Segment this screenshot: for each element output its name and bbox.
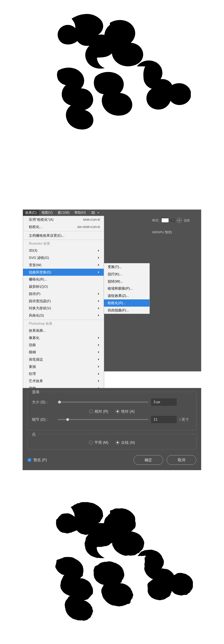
style-swatch[interactable] bbox=[161, 218, 169, 222]
submenu-free-distort[interactable]: 自由扭曲(F)... bbox=[104, 307, 150, 314]
detail-slider[interactable] bbox=[58, 419, 148, 420]
control-bar-right: 样式: 边给 GB/GPU 预览) bbox=[149, 216, 201, 372]
menu-convert-shape[interactable]: 转换为形状(V) bbox=[23, 304, 104, 312]
points-group: 点 平滑 (M) 尖锐 (N) bbox=[27, 434, 196, 450]
size-slider[interactable] bbox=[58, 402, 148, 402]
options-group: 选项 大小 (S) : 3 px 相对 (R) 绝对 (A) bbox=[27, 392, 196, 430]
heading-photoshop-effects: Photoshop 效果 bbox=[23, 320, 104, 327]
menubar-help[interactable]: 帮助(H) bbox=[72, 210, 88, 216]
menu-svg-filters[interactable]: SVG 滤镜(G) bbox=[23, 254, 104, 262]
menu-artistic[interactable]: 艺术效果 bbox=[23, 378, 104, 385]
globe-icon[interactable] bbox=[177, 218, 182, 223]
menu-path[interactable]: 路径(P) bbox=[23, 290, 104, 298]
menu-texture[interactable]: 纹理 bbox=[23, 370, 104, 378]
absolute-radio[interactable]: 绝对 (A) bbox=[116, 409, 134, 414]
smooth-radio[interactable]: 平滑 (M) bbox=[89, 440, 108, 445]
detail-input[interactable]: 11 bbox=[151, 416, 176, 423]
preview-checkbox[interactable] bbox=[28, 458, 31, 462]
menu-warp[interactable]: 变形(W) bbox=[23, 262, 104, 269]
preview-label: 预览 (P) bbox=[34, 458, 47, 462]
submenu-transform[interactable]: 变换(T)... bbox=[104, 263, 150, 270]
menu-effect-gallery[interactable]: 效果画廊... bbox=[23, 327, 104, 334]
menu-brush-strokes[interactable]: 画笔描边 bbox=[23, 356, 104, 363]
effects-dropdown: 应用"粗糙化"(A) Shift+Ctrl+E 粗糙化... Alt+Shift… bbox=[23, 216, 104, 399]
corner-radio[interactable]: 尖锐 (N) bbox=[116, 440, 135, 445]
relative-radio[interactable]: 相对 (R) bbox=[89, 409, 108, 414]
arrange-docs-icon[interactable] bbox=[91, 211, 95, 214]
style-dropdown-icon[interactable] bbox=[171, 219, 175, 222]
style-label: 样式: bbox=[152, 218, 159, 222]
points-group-title: 点 bbox=[30, 432, 37, 437]
menubar-view[interactable]: 视图(V) bbox=[39, 210, 55, 216]
size-input[interactable]: 3 px bbox=[151, 398, 176, 406]
menu-pixelate[interactable]: 像素化 bbox=[23, 334, 104, 342]
menubar: 效果(C) 视图(V) 窗口(W) 帮助(H) bbox=[23, 210, 201, 216]
menu-last-effect[interactable]: 粗糙化... Alt+Shift+Ctrl+E bbox=[23, 223, 104, 230]
roughen-dialog: 选项 大小 (S) : 3 px 相对 (R) 绝对 (A) bbox=[22, 388, 201, 470]
menubar-effects[interactable]: 效果(C) bbox=[23, 210, 39, 216]
ok-button[interactable]: 确定 bbox=[134, 455, 163, 465]
menu-sketch[interactable]: 素描 bbox=[23, 363, 104, 370]
heading-illustrator-effects: Illustrator 效果 bbox=[23, 240, 104, 247]
menu-distort-ps[interactable]: 扭曲 bbox=[23, 341, 104, 348]
distort-transform-submenu: 变换(T)... 扭拧(K)... 扭转(W)... 收缩和膨胀(P)... 波… bbox=[104, 263, 150, 314]
cancel-button[interactable]: 取消 bbox=[167, 455, 196, 465]
typography-artwork-clean bbox=[33, 8, 191, 137]
submenu-tweak[interactable]: 扭拧(K)... bbox=[104, 270, 150, 278]
detail-unit: / 英寸 bbox=[180, 417, 192, 422]
size-label: 大小 (S) : bbox=[32, 400, 55, 404]
menu-rasterize[interactable]: 栅格化(R)... bbox=[23, 276, 104, 283]
menubar-window[interactable]: 窗口(W) bbox=[55, 210, 72, 216]
menu-pathfinder[interactable]: 路径查找器(F) bbox=[23, 298, 104, 305]
submenu-pucker-bloat[interactable]: 收缩和膨胀(P)... bbox=[104, 285, 150, 292]
typography-artwork-rough bbox=[31, 496, 193, 629]
edge-label: 边给 bbox=[184, 218, 190, 222]
illustrator-effects-menu-screenshot: 效果(C) 视图(V) 窗口(W) 帮助(H) 样式: 边给 GB/GPU 预览… bbox=[23, 210, 201, 372]
menu-doc-raster-settings[interactable]: 文档栅格效果设置(E)... bbox=[23, 232, 104, 239]
menu-blur[interactable]: 模糊 bbox=[23, 348, 104, 356]
menu-3d[interactable]: 3D(3) bbox=[23, 247, 104, 254]
menu-crop-marks[interactable]: 裁剪标记(O) bbox=[23, 283, 104, 290]
detail-label: 细节 (D) : bbox=[32, 417, 55, 422]
chevron-down-icon bbox=[97, 212, 99, 214]
options-group-title: 选项 bbox=[30, 390, 41, 394]
menu-apply-last[interactable]: 应用"粗糙化"(A) Shift+Ctrl+E bbox=[23, 216, 104, 223]
preview-mode-label: GB/GPU 预览) bbox=[149, 229, 175, 236]
submenu-roughen[interactable]: 粗糙化(R)... bbox=[104, 300, 150, 307]
menu-distort-transform[interactable]: 扭曲和变换(D) bbox=[23, 269, 104, 276]
submenu-twist[interactable]: 扭转(W)... bbox=[104, 278, 150, 285]
submenu-zigzag[interactable]: 波纹效果(Z)... bbox=[104, 292, 150, 300]
menu-stylize-ai[interactable]: 风格化(S) bbox=[23, 312, 104, 319]
